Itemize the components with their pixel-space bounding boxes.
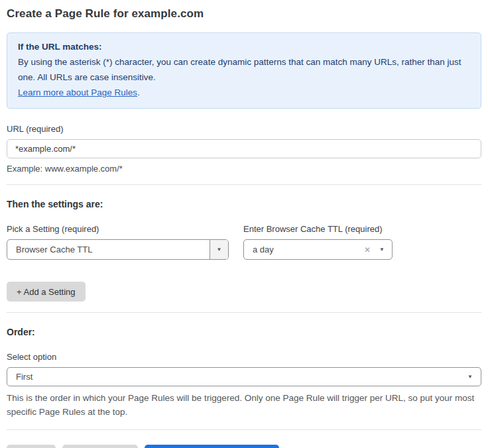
ttl-picker-icons: ✕ ▼ — [364, 246, 385, 254]
order-select-label: Select option — [7, 352, 481, 362]
order-helper-text: This is the order in which your Page Rul… — [7, 391, 481, 419]
setting-picker-value: Browser Cache TTL — [7, 245, 92, 254]
url-field-group: URL (required) Example: www.example.com/… — [7, 124, 481, 174]
setting-picker-group: Pick a Setting (required) Browser Cache … — [7, 224, 229, 260]
save-as-draft-button[interactable]: Save as Draft — [62, 445, 138, 448]
url-field-label: URL (required) — [7, 124, 481, 134]
divider — [7, 184, 481, 185]
url-example-helper: Example: www.example.com/* — [7, 164, 481, 174]
link-suffix: . — [137, 87, 140, 97]
save-and-deploy-button[interactable]: Save and Deploy Page Rule — [145, 445, 280, 448]
page-title: Create a Page Rule for example.com — [7, 0, 481, 21]
ttl-picker-group: Enter Browser Cache TTL (required) a day… — [243, 224, 393, 260]
info-box-heading: If the URL matches: — [18, 39, 470, 54]
learn-more-link[interactable]: Learn more about Page Rules — [18, 87, 137, 97]
cancel-button[interactable]: Cancel — [7, 445, 56, 448]
url-match-info-box: If the URL matches: By using the asteris… — [7, 32, 481, 109]
order-select[interactable]: First ▼ — [7, 367, 481, 386]
order-section-heading: Order: — [7, 327, 481, 337]
ttl-picker-value: a day — [244, 245, 274, 254]
url-input[interactable] — [7, 139, 481, 158]
divider — [7, 312, 481, 313]
ttl-picker-label: Enter Browser Cache TTL (required) — [243, 224, 393, 234]
chevron-down-icon: ▼ — [467, 374, 473, 380]
setting-picker-arrow-button[interactable]: ▼ — [210, 240, 228, 259]
info-box-body: By using the asterisk (*) character, you… — [18, 54, 470, 100]
setting-picker-label: Pick a Setting (required) — [7, 224, 229, 234]
order-select-value: First — [7, 372, 32, 382]
actions-row: Cancel Save as Draft Save and Deploy Pag… — [7, 445, 481, 448]
divider — [7, 429, 481, 430]
settings-section-heading: Then the settings are: — [7, 199, 481, 209]
ttl-picker-select[interactable]: a day ✕ ▼ — [243, 239, 393, 260]
chevron-down-icon: ▼ — [379, 247, 385, 252]
settings-row: Pick a Setting (required) Browser Cache … — [7, 224, 481, 260]
chevron-down-icon: ▼ — [217, 247, 222, 252]
setting-picker-select[interactable]: Browser Cache TTL ▼ — [7, 239, 229, 260]
add-setting-button[interactable]: + Add a Setting — [7, 282, 86, 302]
clear-icon[interactable]: ✕ — [364, 246, 371, 254]
